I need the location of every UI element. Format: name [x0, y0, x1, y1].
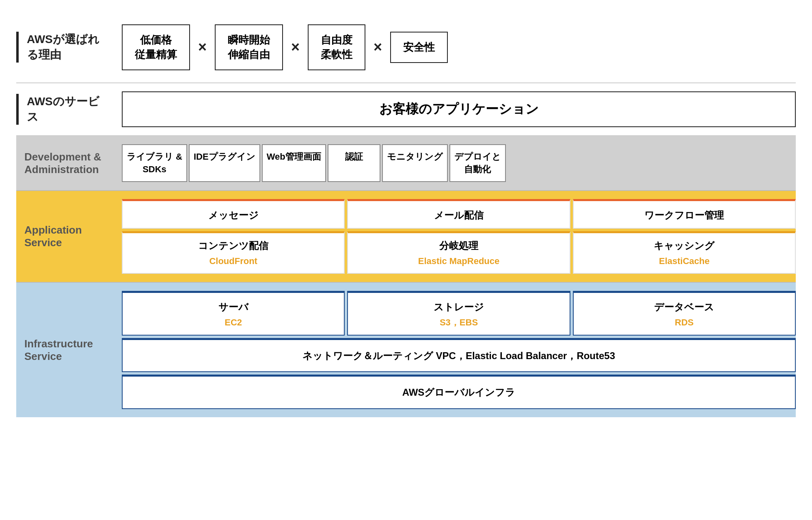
- reason-box-4: 安全性: [390, 32, 448, 63]
- dev-admin-label: Development &Administration: [16, 151, 106, 176]
- infra-box-storage: ストレージ S3，EBS: [347, 291, 570, 335]
- dev-box-monitoring: モニタリング: [382, 144, 448, 182]
- app-service-row: ApplicationService メッセージ メール配信 ワークフロー管理 …: [16, 191, 796, 283]
- infra-sub-network: VPC，Elastic Load Balancer，Route53: [436, 350, 615, 361]
- infra-box-db: データベース RDS: [573, 291, 796, 335]
- app-row-2: コンテンツ配信 CloudFront 分岐処理 Elastic MapReduc…: [122, 231, 796, 274]
- dev-box-web: Web管理画面: [262, 144, 326, 182]
- services-row: AWSのサービス お客様のアプリケーション: [16, 83, 796, 136]
- infra-sub-s3: S3，EBS: [352, 316, 565, 329]
- times-2: ×: [287, 39, 304, 56]
- app-sub-elasticache: ElastiCache: [578, 255, 791, 268]
- infra-service-row: InfrastructureService サーバ EC2 ストレージ S3，E…: [16, 283, 796, 417]
- infra-box-global: AWSグローバルインフラ: [122, 375, 796, 409]
- times-1: ×: [194, 39, 211, 56]
- infra-sub-ec2: EC2: [127, 316, 340, 329]
- app-service-content: メッセージ メール配信 ワークフロー管理 コンテンツ配信 CloudFront …: [122, 199, 796, 274]
- app-box-message: メッセージ: [122, 199, 345, 229]
- dev-box-ide: IDEプラグイン: [189, 144, 260, 182]
- reason-box-2: 瞬時開始伸縮自由: [215, 24, 283, 70]
- app-box-cache: キャッシング ElastiCache: [573, 231, 796, 274]
- dev-box-libraries: ライブラリ &SDKs: [122, 144, 187, 182]
- app-box-workflow: ワークフロー管理: [573, 199, 796, 229]
- customer-app-box: お客様のアプリケーション: [122, 91, 796, 127]
- dev-admin-row: Development &Administration ライブラリ &SDKs …: [16, 136, 796, 191]
- services-label: AWSのサービス: [16, 94, 106, 125]
- app-box-mail: メール配信: [347, 199, 570, 229]
- app-row-1: メッセージ メール配信 ワークフロー管理: [122, 199, 796, 229]
- dev-admin-content: ライブラリ &SDKs IDEプラグイン Web管理画面 認証 モニタリング デ…: [122, 144, 796, 182]
- infra-content: サーバ EC2 ストレージ S3，EBS データベース RDS ネットワーク＆ル…: [122, 291, 796, 409]
- infra-box-server: サーバ EC2: [122, 291, 345, 335]
- dev-box-auth: 認証: [328, 144, 380, 182]
- app-sub-cloudfront: CloudFront: [127, 255, 340, 268]
- app-sub-emr: Elastic MapReduce: [352, 255, 565, 268]
- infra-box-network: ネットワーク＆ルーティング VPC，Elastic Load Balancer，…: [122, 338, 796, 373]
- reasons-row: AWSが選ばれる理由 低価格従量精算 × 瞬時開始伸縮自由 × 自由度柔軟性 ×…: [16, 12, 796, 83]
- app-box-cdn: コンテンツ配信 CloudFront: [122, 231, 345, 274]
- reasons-label: AWSが選ばれる理由: [16, 32, 106, 63]
- app-box-mapreduce: 分岐処理 Elastic MapReduce: [347, 231, 570, 274]
- app-service-label: ApplicationService: [16, 224, 106, 249]
- reason-box-1: 低価格従量精算: [122, 24, 190, 70]
- aws-diagram: AWSが選ばれる理由 低価格従量精算 × 瞬時開始伸縮自由 × 自由度柔軟性 ×…: [16, 12, 796, 417]
- infra-sub-rds: RDS: [578, 316, 791, 329]
- reasons-content: 低価格従量精算 × 瞬時開始伸縮自由 × 自由度柔軟性 × 安全性: [122, 24, 796, 70]
- reason-box-3: 自由度柔軟性: [308, 24, 365, 70]
- infra-service-label: InfrastructureService: [16, 338, 106, 363]
- infra-row-1: サーバ EC2 ストレージ S3，EBS データベース RDS: [122, 291, 796, 335]
- times-3: ×: [369, 39, 386, 56]
- dev-box-deploy: デプロイと自動化: [449, 144, 506, 182]
